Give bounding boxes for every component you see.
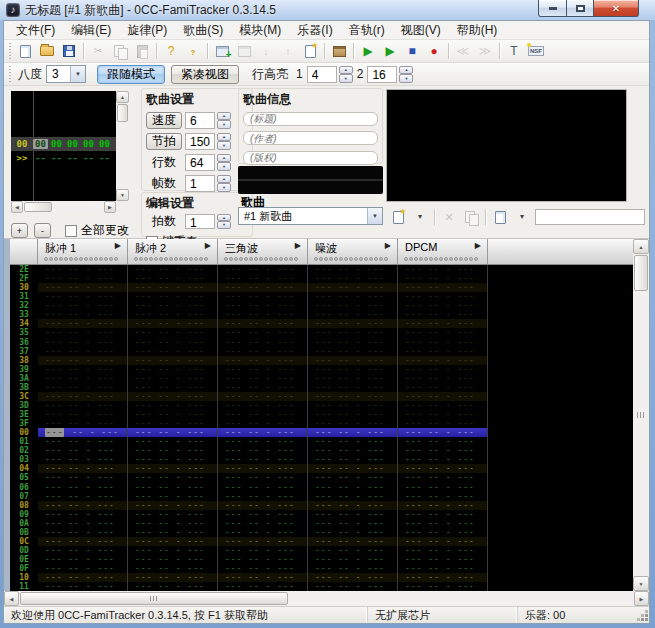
instrument-name-input[interactable] — [535, 209, 645, 225]
pattern-row[interactable]: 39--- -- - ------ -- - ------ -- - -----… — [10, 365, 488, 374]
pattern-cell-pulse-1[interactable]: --- -- - --- — [38, 283, 128, 292]
load-instrument-icon[interactable] — [490, 207, 510, 227]
frame-pattern-value[interactable]: -- — [81, 153, 96, 163]
menu-instrument[interactable]: 乐器(I) — [289, 21, 340, 39]
pattern-cell-triangle[interactable]: --- -- - --- — [218, 265, 308, 274]
pattern-cell-pulse-2[interactable]: --- -- - --- — [128, 392, 218, 401]
pattern-cell-noise[interactable]: --- -- - --- — [308, 582, 398, 591]
pattern-cell-noise[interactable]: --- -- - --- — [308, 564, 398, 573]
pattern-cell-pulse-1[interactable]: --- -- - --- — [38, 455, 128, 464]
spin-down-icon[interactable]: ▼ — [217, 120, 231, 129]
pattern-cell-noise[interactable]: --- -- - --- — [308, 473, 398, 482]
pattern-cell-pulse-1[interactable]: --- -- - --- — [38, 410, 128, 419]
pattern-row[interactable]: 05--- -- - ------ -- - ------ -- - -----… — [10, 473, 488, 482]
pattern-cell-noise[interactable]: --- -- - --- — [308, 365, 398, 374]
save-file-icon[interactable] — [59, 41, 79, 61]
highlight2-value[interactable]: 16 — [367, 66, 397, 83]
pattern-cell-dpcm[interactable]: --- -- - --- — [398, 492, 488, 501]
frame-pattern-value[interactable]: -- — [33, 153, 48, 163]
pattern-cell-pulse-1[interactable]: --- -- - --- — [38, 274, 128, 283]
pattern-cell-triangle[interactable]: --- -- - --- — [218, 519, 308, 528]
spin-up-icon[interactable]: ▲ — [399, 66, 413, 75]
spin-down-icon[interactable]: ▼ — [217, 162, 231, 171]
pattern-cell-pulse-1[interactable]: --- -- - --- — [38, 546, 128, 555]
pattern-cell-pulse-2[interactable]: --- -- - --- — [128, 374, 218, 383]
speed-value[interactable]: 6 — [185, 112, 215, 129]
pattern-row[interactable]: 37--- -- - ------ -- - ------ -- - -----… — [10, 347, 488, 356]
pattern-cell-pulse-1[interactable]: --- -- - --- — [38, 555, 128, 564]
pattern-cell-dpcm[interactable]: --- -- - --- — [398, 464, 488, 473]
pattern-row[interactable]: 00--- -- - ------ -- - ------ -- - -----… — [10, 428, 488, 437]
frame-pattern-value[interactable]: 00 — [49, 139, 64, 149]
pattern-row[interactable]: 0A--- -- - ------ -- - ------ -- - -----… — [10, 519, 488, 528]
tempo-value[interactable]: 150 — [185, 133, 215, 150]
pattern-cell-triangle[interactable]: --- -- - --- — [218, 573, 308, 582]
scroll-down-icon[interactable]: ▼ — [116, 189, 129, 201]
menu-view[interactable]: 视图(V) — [393, 21, 449, 39]
pattern-cell-triangle[interactable]: --- -- - --- — [218, 464, 308, 473]
scrollbar-thumb[interactable] — [634, 255, 648, 291]
frames-value[interactable]: 1 — [185, 175, 215, 192]
app-icon[interactable]: ♪ — [6, 3, 20, 17]
scroll-left-icon[interactable]: ◀ — [4, 591, 19, 606]
pattern-row[interactable]: 01--- -- - ------ -- - ------ -- - -----… — [10, 437, 488, 446]
pattern-cell-pulse-2[interactable]: --- -- - --- — [128, 582, 218, 591]
pattern-cell-noise[interactable]: --- -- - --- — [308, 501, 398, 510]
pattern-row[interactable]: 3E--- -- - ------ -- - ------ -- - -----… — [10, 410, 488, 419]
pattern-cell-triangle[interactable]: --- -- - --- — [218, 356, 308, 365]
pattern-cell-dpcm[interactable]: --- -- - --- — [398, 564, 488, 573]
pattern-cell-pulse-1[interactable]: --- -- - --- — [38, 528, 128, 537]
pattern-cell-noise[interactable]: --- -- - --- — [308, 301, 398, 310]
pattern-row[interactable]: 3D--- -- - ------ -- - ------ -- - -----… — [10, 401, 488, 410]
frame-horizontal-scrollbar[interactable]: ◀ ▶ — [11, 201, 116, 213]
pattern-cell-pulse-1[interactable]: --- -- - --- — [38, 347, 128, 356]
pattern-cell-noise[interactable]: --- -- - --- — [308, 356, 398, 365]
pattern-cell-noise[interactable]: --- -- - --- — [308, 292, 398, 301]
song-select[interactable]: #1 新歌曲 ▼ — [238, 207, 383, 225]
scrollbar-thumb[interactable] — [20, 592, 288, 605]
scroll-down-icon[interactable]: ▼ — [633, 576, 649, 591]
pattern-cell-triangle[interactable]: --- -- - --- — [218, 546, 308, 555]
pattern-cell-pulse-1[interactable]: --- -- - --- — [38, 328, 128, 337]
pattern-cell-dpcm[interactable]: --- -- - --- — [398, 338, 488, 347]
pattern-cell-pulse-1[interactable]: --- -- - --- — [38, 464, 128, 473]
pattern-cell-dpcm[interactable]: --- -- - --- — [398, 356, 488, 365]
pattern-cell-pulse-2[interactable]: --- -- - --- — [128, 283, 218, 292]
pattern-cell-dpcm[interactable]: --- -- - --- — [398, 328, 488, 337]
pattern-view[interactable]: 脉冲 1▶脉冲 2▶三角波▶噪波▶DPCM▶ 2E--- -- - ------… — [10, 239, 633, 591]
pattern-cell-pulse-2[interactable]: --- -- - --- — [128, 410, 218, 419]
pattern-row[interactable]: 34--- -- - ------ -- - ------ -- - -----… — [10, 319, 488, 328]
pattern-cell-dpcm[interactable]: --- -- - --- — [398, 546, 488, 555]
frame-pattern-value[interactable]: -- — [65, 153, 80, 163]
add-frame-icon[interactable] — [212, 41, 232, 61]
song-copyright-input[interactable] — [243, 151, 378, 165]
pattern-cell-pulse-1[interactable]: --- -- - --- — [38, 510, 128, 519]
pattern-cell-noise[interactable]: --- -- - --- — [308, 446, 398, 455]
pattern-cell-noise[interactable]: --- -- - --- — [308, 392, 398, 401]
new-instrument-icon[interactable] — [388, 207, 408, 227]
pattern-row[interactable]: 2F--- -- - ------ -- - ------ -- - -----… — [10, 274, 488, 283]
pattern-cell-pulse-1[interactable]: --- -- - --- — [38, 365, 128, 374]
pattern-cell-pulse-2[interactable]: --- -- - --- — [128, 519, 218, 528]
pattern-row[interactable]: 03--- -- - ------ -- - ------ -- - -----… — [10, 455, 488, 464]
pattern-cell-pulse-1[interactable]: --- -- - --- — [38, 428, 128, 437]
pattern-cell-pulse-1[interactable]: --- -- - --- — [38, 374, 128, 383]
pattern-cell-dpcm[interactable]: --- -- - --- — [398, 446, 488, 455]
pattern-row[interactable]: 06--- -- - ------ -- - ------ -- - -----… — [10, 483, 488, 492]
pattern-cell-noise[interactable]: --- -- - --- — [308, 410, 398, 419]
spin-down-icon[interactable]: ▼ — [217, 221, 231, 229]
pattern-cell-noise[interactable]: --- -- - --- — [308, 347, 398, 356]
pattern-cell-triangle[interactable]: --- -- - --- — [218, 319, 308, 328]
highlight1-value[interactable]: 4 — [307, 66, 337, 83]
pattern-cell-dpcm[interactable]: --- -- - --- — [398, 365, 488, 374]
pattern-cell-triangle[interactable]: --- -- - --- — [218, 338, 308, 347]
channel-expand-icon[interactable]: ▶ — [115, 241, 121, 250]
spin-up-icon[interactable]: ▲ — [217, 214, 231, 222]
resize-grip[interactable] — [645, 618, 648, 621]
new-instrument-dropdown-icon[interactable]: ▾ — [410, 207, 430, 227]
pattern-cell-dpcm[interactable]: --- -- - --- — [398, 283, 488, 292]
spin-up-icon[interactable]: ▲ — [217, 112, 231, 121]
pattern-row[interactable]: 3A--- -- - ------ -- - ------ -- - -----… — [10, 374, 488, 383]
spin-up-icon[interactable]: ▲ — [217, 133, 231, 142]
spin-up-icon[interactable]: ▲ — [217, 154, 231, 163]
